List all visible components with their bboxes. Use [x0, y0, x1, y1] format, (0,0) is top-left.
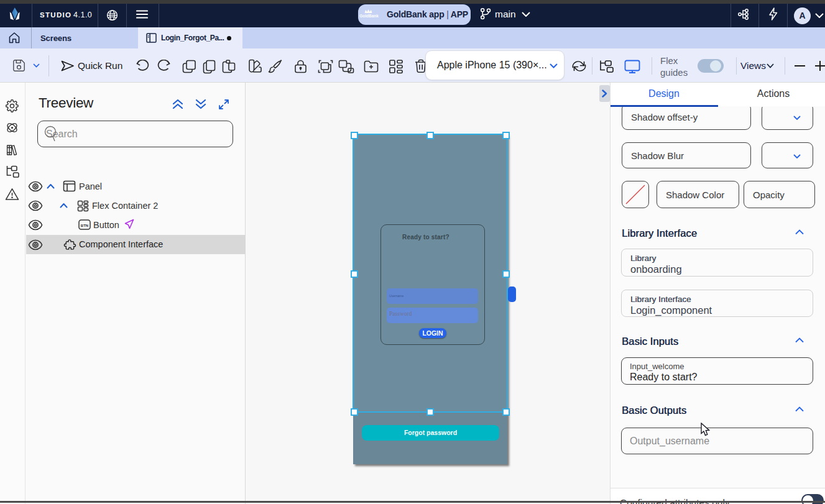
svg-text:BTN: BTN — [81, 224, 88, 227]
